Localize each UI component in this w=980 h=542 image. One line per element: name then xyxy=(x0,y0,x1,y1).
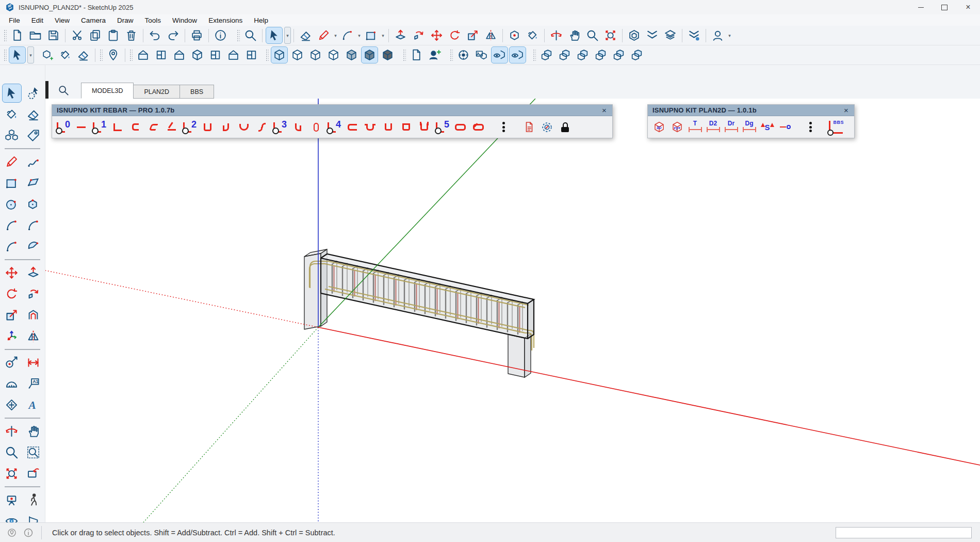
redo-button[interactable] xyxy=(165,27,182,44)
zoom-extents-button[interactable] xyxy=(602,27,619,44)
components-button[interactable] xyxy=(2,126,22,145)
geolocation-button[interactable] xyxy=(5,526,19,539)
view-iso-button[interactable] xyxy=(135,46,152,63)
wireframe-button[interactable] xyxy=(307,46,324,63)
trim-button[interactable] xyxy=(610,46,627,63)
orbit-button[interactable] xyxy=(548,27,565,44)
rebar-toolbar-header[interactable]: ISNUPNO KIT REBAR — PRO 1.0.7b × xyxy=(52,105,612,116)
arc-tool-button[interactable] xyxy=(339,27,356,44)
stirrup-u-button[interactable] xyxy=(380,118,397,136)
move-button[interactable] xyxy=(428,27,445,44)
menu-help[interactable]: Help xyxy=(248,15,274,25)
rebar-s-curve-button[interactable] xyxy=(253,118,270,136)
rebar-shape-1-button[interactable]: 1 xyxy=(91,118,108,136)
three-point-arc-button[interactable] xyxy=(2,237,22,256)
rebar-hook-slant-button[interactable] xyxy=(145,118,162,136)
rectangle-tool-button[interactable] xyxy=(363,27,380,44)
view-left-button[interactable] xyxy=(225,46,242,63)
print-button[interactable] xyxy=(188,27,205,44)
paint-bucket-button[interactable] xyxy=(524,27,541,44)
line-tool-button[interactable] xyxy=(2,152,22,171)
offset-button[interactable] xyxy=(24,306,43,325)
menu-view[interactable]: View xyxy=(49,15,75,25)
report-document-button[interactable] xyxy=(520,118,537,136)
union-button[interactable] xyxy=(574,46,591,63)
grip-handle[interactable] xyxy=(237,29,240,42)
scale-button[interactable] xyxy=(464,27,481,44)
tab-plan2d[interactable]: PLAN2D xyxy=(133,85,180,99)
stirrup-open-button[interactable] xyxy=(344,118,361,136)
tag-button[interactable] xyxy=(24,126,43,145)
protractor-button[interactable] xyxy=(2,374,22,393)
make-component-button[interactable] xyxy=(39,46,56,63)
freehand-button[interactable] xyxy=(24,152,43,171)
split-button[interactable] xyxy=(628,46,645,63)
delete-button[interactable] xyxy=(123,27,140,44)
flip-button[interactable] xyxy=(482,27,499,44)
shaded-button[interactable] xyxy=(343,46,360,63)
rebar-toolbar-close-icon[interactable]: × xyxy=(601,106,608,114)
grip-handle[interactable] xyxy=(533,49,536,61)
measurements-input[interactable] xyxy=(836,527,972,538)
add-collaborator-button[interactable] xyxy=(426,46,443,63)
zoom-tool-button[interactable] xyxy=(584,27,601,44)
zoom-extents-button[interactable] xyxy=(2,464,22,483)
eye-cube-back-button[interactable] xyxy=(509,46,526,63)
scene-photo-button[interactable] xyxy=(473,46,490,63)
tab-search-icon[interactable] xyxy=(58,85,69,96)
rotated-rectangle-button[interactable] xyxy=(24,173,43,193)
line-tool-button[interactable] xyxy=(315,27,332,44)
grip-handle[interactable] xyxy=(100,49,103,61)
menu-tools[interactable]: Tools xyxy=(139,15,167,25)
view-back-button[interactable] xyxy=(207,46,224,63)
minimize-button[interactable] xyxy=(909,0,933,14)
bbs-button[interactable]: BBS xyxy=(827,118,844,136)
rectangle-tool-button[interactable] xyxy=(2,173,22,193)
grip-handle[interactable] xyxy=(129,49,133,61)
rebar-u-round-button[interactable] xyxy=(235,118,252,136)
dropdown-arrow[interactable]: ▾ xyxy=(27,46,34,63)
tab-model3d[interactable]: MODEL3D xyxy=(81,83,134,99)
stirrup-closed-button[interactable] xyxy=(452,118,469,136)
cut-button[interactable] xyxy=(69,27,86,44)
dimension-dr-button[interactable]: Dr xyxy=(723,118,740,136)
zoom-tool-button[interactable] xyxy=(2,443,22,462)
rebar-j-hook-button[interactable] xyxy=(217,118,234,136)
view-front-button[interactable] xyxy=(171,46,188,63)
previous-view-button[interactable] xyxy=(24,464,43,483)
eraser-tool-button[interactable] xyxy=(24,105,43,124)
eraser-tool-button[interactable] xyxy=(75,46,92,63)
text-tool-button[interactable] xyxy=(24,374,43,393)
dropdown-arrow[interactable]: ▾ xyxy=(333,33,338,38)
rebar-straight-button[interactable] xyxy=(73,118,90,136)
model-info-button[interactable] xyxy=(212,27,229,44)
model-viewport[interactable] xyxy=(45,99,980,522)
push-pull-button[interactable] xyxy=(392,27,409,44)
more-options-button[interactable] xyxy=(495,118,512,136)
grip-handle[interactable] xyxy=(4,49,7,61)
rebar-j-hook-left-button[interactable] xyxy=(289,118,306,136)
pan-button[interactable] xyxy=(24,422,43,441)
rebar-shape-2-button[interactable]: 2 xyxy=(181,118,198,136)
sign-in-button[interactable] xyxy=(709,27,726,44)
walk-button[interactable] xyxy=(24,490,43,509)
rebar-u-bend-button[interactable] xyxy=(199,118,216,136)
follow-me-button[interactable] xyxy=(24,284,43,304)
dimension-dg-button[interactable]: Dg xyxy=(741,118,758,136)
hidden-line-button[interactable] xyxy=(325,46,342,63)
position-camera-button[interactable] xyxy=(2,490,22,509)
polygon-tool-button[interactable] xyxy=(24,195,43,214)
follow-me-button[interactable] xyxy=(410,27,427,44)
scale-button[interactable] xyxy=(2,306,22,325)
two-point-arc-button[interactable] xyxy=(24,216,43,235)
stirrup-u-flared-button[interactable] xyxy=(362,118,379,136)
menu-draw[interactable]: Draw xyxy=(111,15,139,25)
dimension-d2-button[interactable]: D2 xyxy=(705,118,722,136)
rebar-shape-5-button[interactable]: 5 xyxy=(434,118,451,136)
axes-compass-button[interactable] xyxy=(2,395,22,415)
grip-handle[interactable] xyxy=(266,49,269,61)
rebar-shape-4-button[interactable]: 4 xyxy=(325,118,342,136)
rotate-button[interactable] xyxy=(2,284,22,304)
plan2d-toolbar-close-icon[interactable]: × xyxy=(843,106,850,114)
subtract-button[interactable] xyxy=(592,46,609,63)
